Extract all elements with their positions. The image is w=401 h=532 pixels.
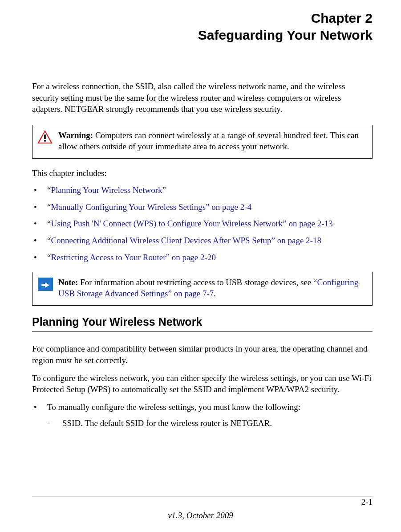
chapter-number: Chapter 2 — [32, 10, 373, 27]
note-body-before: For information about restricting access… — [78, 278, 317, 287]
section-title: Planning Your Wireless Network — [32, 315, 373, 328]
toc-link[interactable]: Restricting Access to Your Router” on pa… — [51, 253, 215, 262]
note-icon — [32, 272, 57, 295]
body-sublist: SSID. The default SSID for the wireless … — [47, 417, 373, 429]
note-callout: Note: For information about restricting … — [32, 272, 373, 306]
warning-icon — [32, 125, 57, 148]
list-item: “Using Push 'N' Connect (WPS) to Configu… — [32, 218, 373, 229]
warning-text: Warning: Computers can connect wirelessl… — [57, 125, 372, 158]
note-text: Note: For information about restricting … — [57, 272, 372, 305]
chapter-title: Safeguarding Your Network — [32, 27, 373, 44]
list-item: “Connecting Additional Wireless Client D… — [32, 235, 373, 246]
list-item: SSID. The default SSID for the wireless … — [47, 417, 373, 429]
page-content: Chapter 2 Safeguarding Your Network For … — [0, 0, 401, 429]
list-item: “Manually Configuring Your Wireless Sett… — [32, 201, 373, 213]
svg-rect-3 — [44, 140, 46, 142]
page-number: 2-1 — [361, 497, 373, 507]
footer-version: v1.3, October 2009 — [0, 511, 401, 520]
chapter-heading: Chapter 2 Safeguarding Your Network — [32, 10, 373, 43]
toc-link[interactable]: Connecting Additional Wireless Client De… — [51, 236, 321, 245]
intro-paragraph: For a wireless connection, the SSID, als… — [32, 81, 373, 115]
list-item: “Planning Your Wireless Network” — [32, 184, 373, 196]
body-paragraph: To configure the wireless network, you c… — [32, 372, 373, 395]
footer-rule — [32, 496, 373, 496]
list-item: “Restricting Access to Your Router” on p… — [32, 252, 373, 263]
list-item: To manually configure the wireless setti… — [32, 401, 373, 429]
toc-link[interactable]: Planning Your Wireless Network — [51, 185, 162, 195]
note-label: Note: — [58, 278, 78, 287]
toc-intro: This chapter includes: — [32, 168, 373, 178]
warning-body: Computers can connect wirelessly at a ra… — [58, 131, 359, 151]
body-list: To manually configure the wireless setti… — [32, 401, 373, 429]
toc-link[interactable]: Manually Configuring Your Wireless Setti… — [51, 202, 251, 212]
warning-callout: Warning: Computers can connect wirelessl… — [32, 125, 373, 159]
toc-link[interactable]: Using Push 'N' Connect (WPS) to Configur… — [51, 219, 332, 228]
note-body-after: . — [214, 289, 216, 298]
body-paragraph: For compliance and compatibility between… — [32, 343, 373, 366]
svg-marker-4 — [41, 282, 49, 288]
warning-label: Warning: — [58, 131, 93, 140]
section-rule — [32, 331, 373, 331]
svg-rect-2 — [44, 135, 46, 139]
toc-list: “Planning Your Wireless Network” “Manual… — [32, 184, 373, 263]
